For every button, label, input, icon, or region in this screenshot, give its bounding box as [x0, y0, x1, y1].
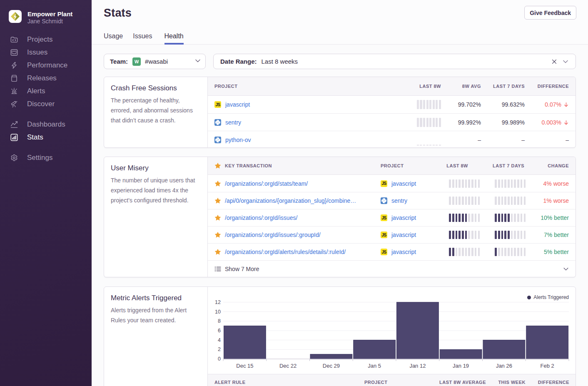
svg-text:Feb 2: Feb 2 — [540, 363, 554, 369]
svg-text:Jan 19: Jan 19 — [453, 363, 469, 369]
svg-text:12: 12 — [215, 299, 221, 305]
svg-text:Jan 12: Jan 12 — [409, 363, 426, 369]
svg-text:2: 2 — [218, 346, 221, 352]
svg-text:Dec 22: Dec 22 — [279, 363, 296, 369]
svg-text:8: 8 — [218, 318, 221, 324]
svg-text:0: 0 — [218, 356, 221, 362]
svg-text:10: 10 — [215, 309, 221, 315]
svg-text:4: 4 — [218, 337, 221, 343]
svg-text:Dec 15: Dec 15 — [236, 363, 253, 369]
svg-text:Jan 5: Jan 5 — [368, 363, 381, 369]
svg-text:Jan 26: Jan 26 — [496, 363, 512, 369]
svg-text:Dec 29: Dec 29 — [323, 363, 340, 369]
svg-text:6: 6 — [218, 328, 221, 334]
